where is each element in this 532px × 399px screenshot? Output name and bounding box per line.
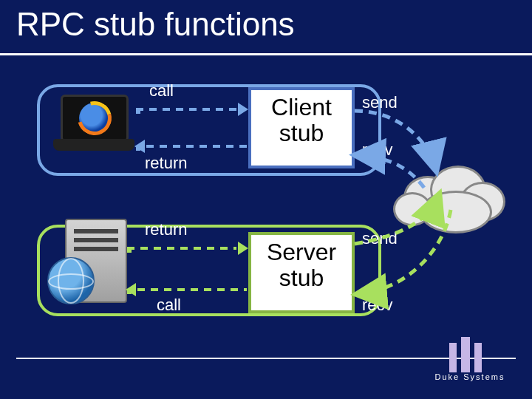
client-stub-box: Clientstub: [248, 87, 355, 168]
network-cloud-icon: [386, 149, 519, 238]
slide-title: RPC stub functions: [16, 6, 295, 43]
client-laptop-icon: [53, 95, 134, 157]
server-call-label: call: [157, 296, 181, 315]
title-underline: [0, 53, 532, 55]
globe-icon: [47, 257, 95, 304]
server-return-label: return: [145, 220, 187, 239]
client-return-label: return: [145, 154, 187, 173]
duke-systems-logo: Duke Systems: [418, 337, 522, 392]
firefox-icon: [79, 103, 110, 134]
client-call-label: call: [149, 81, 174, 100]
client-recv-label: recv: [362, 140, 393, 160]
slide: RPC stub functions Clientstub Serverstub…: [0, 0, 532, 399]
client-send-label: send: [362, 93, 398, 112]
server-recv-label: recv: [362, 296, 393, 315]
server-stub-box: Serverstub: [248, 232, 355, 313]
client-stub-label: Clientstub: [271, 94, 332, 146]
logo-text: Duke Systems: [435, 372, 505, 381]
server-send-label: send: [362, 229, 398, 248]
server-stub-label: Serverstub: [267, 239, 336, 291]
